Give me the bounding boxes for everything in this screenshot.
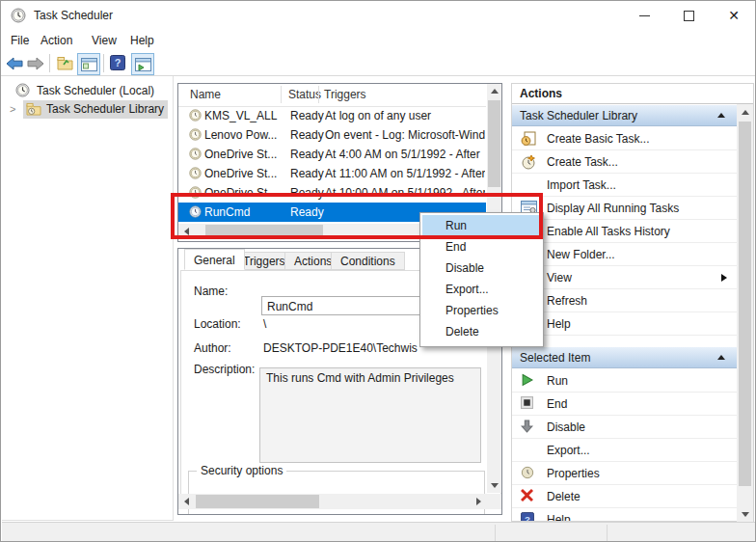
menu-bar: File Action View Help	[1, 30, 755, 51]
section-header-selected-item[interactable]: Selected Item	[512, 347, 737, 368]
task-scheduler-window: Task Scheduler ✕ File Action View Help	[0, 0, 756, 542]
action-view[interactable]: View	[512, 266, 737, 289]
scrollbar-thumb[interactable]	[196, 495, 319, 508]
svg-text:?: ?	[525, 514, 530, 523]
maximize-button[interactable]	[669, 1, 708, 30]
create-task-icon	[521, 154, 536, 170]
back-button[interactable]	[5, 55, 24, 71]
action-export[interactable]: Export...	[512, 439, 737, 462]
scroll-up-icon[interactable]	[487, 84, 501, 98]
show-hide-console-tree-button[interactable]	[77, 53, 100, 75]
scrollbar-thumb[interactable]	[739, 122, 751, 486]
actions-vertical-scrollbar[interactable]	[737, 104, 753, 522]
column-divider[interactable]	[318, 86, 319, 103]
action-delete[interactable]: Delete	[512, 485, 737, 508]
tree-item-local-label: Task Scheduler (Local)	[37, 84, 154, 97]
tab-general[interactable]: General	[184, 249, 245, 270]
scroll-down-icon[interactable]	[737, 506, 753, 522]
menu-view[interactable]: View	[92, 34, 117, 47]
section-header-library[interactable]: Task Scheduler Library	[512, 105, 737, 126]
help-button[interactable]: ?	[108, 54, 127, 71]
action-label: Properties	[547, 467, 600, 480]
column-header-status[interactable]: Status	[288, 84, 321, 106]
submenu-arrow-icon	[721, 274, 727, 282]
task-row[interactable]: KMS_VL_ALL Ready At log on of any user	[178, 106, 486, 125]
column-divider[interactable]	[281, 86, 282, 103]
run-play-icon	[521, 373, 533, 387]
back-icon	[6, 57, 23, 70]
scroll-up-icon[interactable]	[737, 104, 753, 120]
action-enable-history[interactable]: Enable All Tasks History	[512, 220, 737, 243]
action-properties[interactable]: Properties	[512, 462, 737, 485]
scrollbar-thumb[interactable]	[205, 225, 323, 238]
scroll-right-icon[interactable]	[471, 494, 486, 509]
action-help[interactable]: Help	[512, 312, 737, 336]
context-menu-export[interactable]: Export...	[422, 279, 541, 300]
action-disable[interactable]: Disable	[512, 416, 737, 439]
expand-chevron-icon[interactable]: >	[10, 103, 15, 115]
forward-icon	[27, 57, 44, 70]
show-hide-action-pane-button[interactable]	[131, 53, 154, 75]
close-button[interactable]: ✕	[715, 1, 753, 30]
task-status: Ready	[290, 109, 324, 122]
context-menu-properties[interactable]: Properties	[422, 300, 541, 321]
task-row[interactable]: Lenovo Pow... Ready On event - Log: Micr…	[178, 125, 486, 145]
context-menu-run[interactable]: Run	[422, 215, 541, 236]
create-basic-task-icon	[521, 131, 536, 147]
folder-icon	[57, 56, 73, 70]
end-stop-icon	[521, 396, 533, 409]
location-label: Location:	[194, 317, 241, 331]
minimize-button[interactable]	[625, 1, 663, 30]
context-menu-disable[interactable]: Disable	[422, 257, 541, 279]
details-horizontal-scrollbar[interactable]	[178, 494, 501, 509]
scroll-down-icon[interactable]	[487, 478, 501, 493]
task-name: Lenovo Pow...	[204, 128, 277, 142]
action-import-task[interactable]: Import Task...	[512, 174, 737, 197]
action-create-task[interactable]: Create Task...	[512, 150, 737, 174]
help-icon: ?	[521, 512, 534, 522]
scrollbar-thumb[interactable]	[488, 100, 500, 187]
action-display-running-tasks[interactable]: Display All Running Tasks	[512, 197, 737, 220]
name-label: Name:	[194, 285, 228, 298]
action-create-basic-task[interactable]: Create Basic Task...	[512, 127, 737, 150]
task-status: Ready	[290, 186, 324, 200]
list-vertical-scrollbar[interactable]	[487, 84, 501, 224]
forward-button[interactable]	[26, 55, 45, 71]
name-value: RunCmd	[267, 300, 312, 313]
action-run[interactable]: Run	[512, 369, 737, 393]
context-menu-end[interactable]: End	[422, 236, 541, 257]
actions-panel: Actions Task Scheduler Library Create Ba…	[511, 83, 754, 522]
menu-file[interactable]: File	[11, 34, 29, 47]
task-status: Ready	[290, 148, 324, 161]
author-value: DESKTOP-PDE1E40\Techwis	[263, 341, 418, 355]
menu-action[interactable]: Action	[40, 34, 72, 47]
author-label: Author:	[194, 341, 231, 355]
task-row[interactable]: OneDrive St... Ready At 11:00 AM on 5/1/…	[178, 164, 486, 183]
collapse-icon[interactable]	[717, 355, 725, 360]
action-label: Enable All Tasks History	[547, 225, 670, 238]
context-menu-delete[interactable]: Delete	[422, 321, 541, 342]
action-end[interactable]: End	[512, 393, 737, 416]
column-header-name[interactable]: Name	[190, 84, 221, 106]
action-help-selected[interactable]: ? Help	[512, 508, 737, 522]
status-bar	[2, 522, 756, 542]
task-status: Ready	[290, 205, 324, 219]
description-textarea[interactable]: This runs Cmd with Admin Privileges	[259, 367, 481, 463]
scroll-left-icon[interactable]	[178, 224, 194, 239]
maximize-icon	[684, 11, 694, 21]
scroll-left-icon[interactable]	[178, 494, 194, 509]
menu-help[interactable]: Help	[130, 34, 154, 47]
task-row[interactable]: OneDrive St... Ready At 10:00 AM on 5/1/…	[178, 183, 486, 203]
action-refresh[interactable]: Refresh	[512, 289, 737, 312]
task-row[interactable]: OneDrive St... Ready At 4:00 AM on 5/1/1…	[178, 145, 486, 164]
tree-item-library[interactable]: > Task Scheduler Library	[2, 100, 174, 119]
column-header-triggers[interactable]: Triggers	[324, 84, 366, 106]
console-tree-button[interactable]	[55, 54, 74, 71]
disable-arrow-icon	[521, 420, 533, 433]
action-new-folder[interactable]: New Folder...	[512, 243, 737, 266]
tab-conditions[interactable]: Conditions	[331, 252, 405, 270]
task-clock-icon	[189, 128, 202, 141]
tree-item-local[interactable]: Task Scheduler (Local)	[2, 82, 174, 100]
collapse-icon[interactable]	[717, 113, 725, 118]
task-status: Ready	[290, 167, 324, 180]
